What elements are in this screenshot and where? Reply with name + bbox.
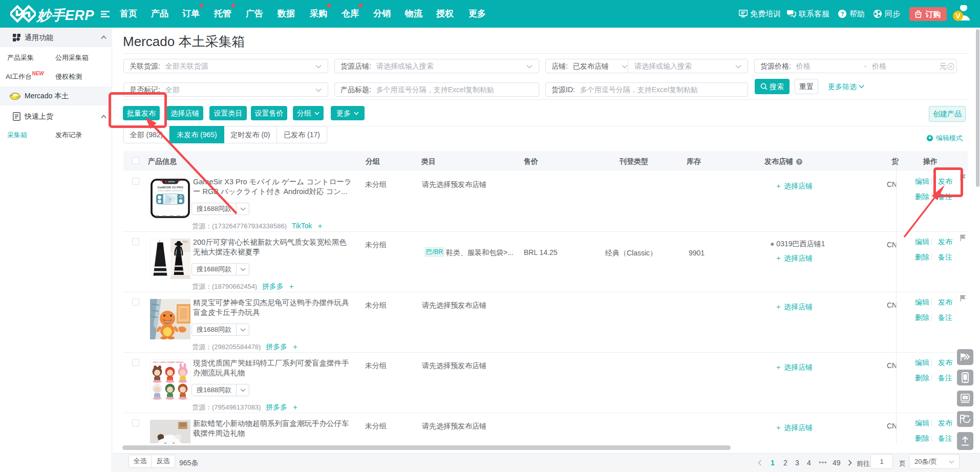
svg-text:MR K CHEEKYSHARE SERIES: MR K CHEEKYSHARE SERIES (153, 361, 184, 363)
svg-text:MOBILE GAMING CONTROLLER: MOBILE GAMING CONTROLLER (158, 190, 183, 192)
svg-text:?: ? (964, 396, 966, 400)
svg-text:V: V (955, 12, 961, 20)
svg-text:GaMESIR X3 PRO: GaMESIR X3 PRO (157, 186, 183, 189)
svg-text:?: ? (841, 11, 844, 17)
svg-text:MAI: MAI (183, 240, 188, 243)
